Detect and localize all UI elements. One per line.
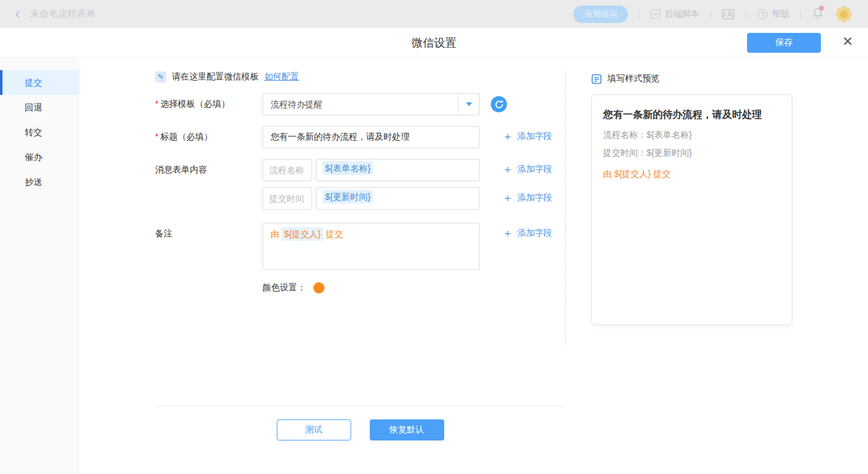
sidebar-item-return[interactable]: 回退 — [0, 95, 79, 120]
add-field-link-remark[interactable]: ＋ 添加字段 — [502, 223, 552, 239]
contacts-button[interactable] — [722, 9, 735, 20]
color-setting-label: 颜色设置： — [262, 282, 306, 293]
modal-header: 微信设置 保存 ✕ — [0, 28, 868, 58]
code-icon: </> — [651, 9, 660, 19]
back-icon[interactable]: ‹ — [15, 5, 20, 21]
notification-badge — [819, 6, 824, 11]
plus-icon: ＋ — [502, 164, 513, 175]
template-select-value: 流程待办提醒 — [263, 94, 458, 115]
preview-card-title: 您有一条新的待办流程，请及时处理 — [603, 109, 781, 122]
sidebar: 提交 回退 转交 催办 抄送 — [0, 58, 79, 474]
template-select[interactable]: 流程待办提醒 — [262, 93, 480, 115]
sidebar-item-cc[interactable]: 抄送 — [0, 169, 79, 194]
color-swatch[interactable] — [313, 282, 324, 293]
help-label: 帮助 — [772, 9, 789, 20]
plus-icon: ＋ — [502, 192, 513, 203]
content-value-input-2[interactable]: ${更新时间} — [316, 187, 480, 210]
add-field-link-title[interactable]: ＋ 添加字段 — [502, 126, 552, 142]
title-row: *标题（必填） ＋ 添加字段 — [155, 126, 565, 148]
wechat-settings-screen: ‹ 未命名流程表单 应用访问 </> 后端脚本 ? 帮助 — [0, 0, 868, 474]
plus-icon: ＋ — [502, 228, 513, 239]
message-content-row: 消息表单内容 流程名称 ${表单名称} ＋ 添加字段 提交时间 — [155, 159, 565, 210]
required-asterisk: * — [155, 99, 158, 109]
content-value-input-1[interactable]: ${表单名称} — [316, 159, 480, 181]
color-setting-row: 颜色设置： — [262, 282, 565, 293]
add-field-link-content-1[interactable]: ＋ 添加字段 — [502, 159, 552, 175]
content-row-1: 流程名称 ${表单名称} ＋ 添加字段 — [262, 159, 552, 181]
remark-textarea[interactable]: 由 ${提交人} 提交 — [262, 223, 480, 270]
sidebar-item-submit[interactable]: 提交 — [0, 70, 79, 95]
divider — [710, 10, 711, 19]
save-button[interactable]: 保存 — [747, 33, 821, 53]
preview-card: 您有一条新的待办流程，请及时处理 流程名称：${表单名称} 提交时间：${更新时… — [591, 94, 792, 325]
restore-default-button[interactable]: 恢复默认 — [370, 419, 444, 440]
document-icon — [591, 74, 602, 84]
message-content-label: 消息表单内容 — [155, 159, 262, 176]
test-button[interactable]: 测试 — [277, 419, 351, 440]
help-button[interactable]: ? 帮助 — [758, 9, 789, 20]
pencil-icon: ✎ — [155, 71, 166, 83]
sidebar-item-transfer[interactable]: 转交 — [0, 120, 79, 145]
field-token: ${提交人} — [282, 227, 323, 241]
remark-row: 备注 由 ${提交人} 提交 ＋ 添加字段 — [155, 223, 565, 270]
select-caret-button[interactable] — [458, 94, 479, 115]
content-row-2: 提交时间 ${更新时间} ＋ 添加字段 — [262, 187, 552, 210]
template-row: *选择模板（必填） 流程待办提醒 — [155, 93, 565, 115]
content-key-input-2[interactable]: 提交时间 — [262, 187, 312, 210]
modal-body: 提交 回退 转交 催办 抄送 ✎ 请在这里配置微信模板 如何配置 *选择模板（必… — [0, 58, 868, 474]
field-token: ${更新时间} — [323, 190, 373, 203]
required-asterisk: * — [155, 132, 158, 141]
preview-footer: 由 ${提交人} 提交 — [603, 169, 781, 180]
config-hint-row: ✎ 请在这里配置微信模板 如何配置 — [155, 71, 565, 83]
user-avatar[interactable] — [834, 5, 853, 24]
form-title: 未命名流程表单 — [30, 8, 96, 20]
preview-line-2: 提交时间：${更新时间} — [603, 148, 781, 159]
remark-suffix: 提交 — [326, 229, 343, 239]
title-label: *标题（必填） — [155, 126, 262, 143]
preview-line-1: 流程名称：${表单名称} — [603, 130, 781, 141]
plus-icon: ＋ — [502, 131, 513, 142]
contact-card-icon — [722, 9, 735, 20]
preview-section: 填写样式预览 您有一条新的待办流程，请及时处理 流程名称：${表单名称} 提交时… — [565, 58, 868, 474]
chevron-down-icon — [466, 102, 472, 109]
how-to-configure-link[interactable]: 如何配置 — [264, 71, 299, 83]
preview-header-label: 填写样式预览 — [607, 73, 660, 84]
notifications-bell-icon[interactable] — [812, 7, 823, 21]
form-footer: 测试 恢复默认 — [155, 406, 565, 440]
field-token: ${表单名称} — [323, 161, 373, 175]
title-input[interactable] — [262, 126, 480, 148]
topbar: ‹ 未命名流程表单 应用访问 </> 后端脚本 ? 帮助 — [0, 0, 868, 28]
divider — [800, 10, 801, 19]
add-field-link-content-2[interactable]: ＋ 添加字段 — [502, 187, 552, 203]
remark-label: 备注 — [155, 223, 262, 239]
config-hint-text: 请在这里配置微信模板 — [172, 71, 259, 83]
backend-script-button[interactable]: </> 后端脚本 — [651, 9, 699, 20]
close-icon[interactable]: ✕ — [842, 35, 853, 48]
form-section: ✎ 请在这里配置微信模板 如何配置 *选择模板（必填） 流程待办提醒 — [79, 58, 565, 474]
divider — [639, 10, 640, 19]
backend-script-label: 后端脚本 — [664, 9, 699, 20]
question-icon: ? — [758, 9, 767, 19]
content-key-input-1[interactable]: 流程名称 — [262, 159, 312, 181]
sidebar-item-urge[interactable]: 催办 — [0, 145, 79, 169]
divider — [746, 10, 746, 19]
modal-title: 微信设置 — [412, 35, 457, 50]
template-label: *选择模板（必填） — [155, 93, 262, 110]
refresh-button[interactable] — [491, 96, 507, 112]
preview-header: 填写样式预览 — [591, 73, 868, 84]
remark-prefix: 由 — [271, 229, 279, 239]
app-access-button[interactable]: 应用访问 — [573, 6, 628, 23]
divider — [155, 406, 565, 406]
